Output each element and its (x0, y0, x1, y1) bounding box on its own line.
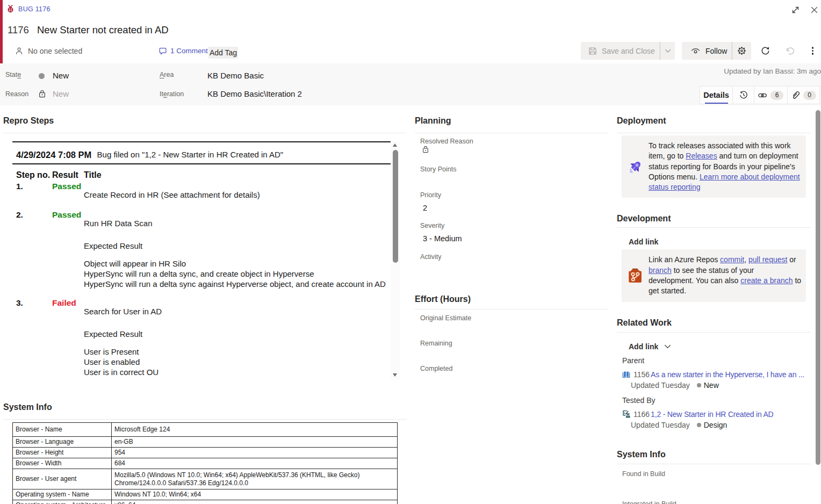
left-column: Repro Steps 4/29/2024 7:08 PM Bug filed … (3, 105, 407, 504)
attachment-icon (791, 91, 800, 99)
divider (617, 227, 811, 228)
breadcrumb-label[interactable]: BUG 1176 (18, 5, 51, 13)
related-item-updated: Updated Tuesday (631, 381, 690, 390)
related-item-link[interactable]: As a new starter in the Hyperverse, I ha… (651, 370, 804, 379)
step-text: Create Record in HR (See attachment for … (84, 181, 391, 200)
step-text: Search for User in ADExpected ResultUser… (84, 298, 391, 377)
system-info-row: Browser - Width684 (13, 458, 398, 469)
kebab-icon (812, 46, 813, 55)
chevron-down-icon (664, 344, 671, 349)
save-and-close-button[interactable]: Save and Close (581, 42, 660, 60)
tab-attachments[interactable]: 0 (787, 86, 820, 104)
related-item-link[interactable]: 1,2 - New Starter in HR Created in AD (651, 410, 773, 419)
story-points-label: Story Points (420, 165, 608, 174)
development-add-link-button[interactable]: Add link (629, 237, 658, 246)
related-item-id: 1156 (633, 370, 650, 379)
related-work-heading: Related Work (617, 317, 811, 328)
system-info-key: Operating system - Name (13, 489, 112, 500)
related-item-state: New (704, 381, 719, 390)
follow-button[interactable]: Follow (682, 42, 732, 60)
state-dot-icon (697, 383, 701, 387)
area-value[interactable]: KB Demo Basic (207, 71, 264, 80)
tab-history[interactable] (732, 86, 754, 104)
field-original-estimate: Original Estimate (420, 314, 608, 336)
assigned-to-picker[interactable]: No one selected (16, 42, 82, 60)
system-info-table: Browser - NameMicrosoft Edge 124Browser … (12, 422, 398, 504)
save-options-dropdown[interactable] (660, 42, 675, 60)
divider (3, 133, 407, 133)
system-info-key: Browser - Language (13, 437, 112, 448)
related-item-head: 11661,2 - New Starter in HR Created in A… (622, 410, 811, 419)
system-info-value: x86_64 (112, 500, 398, 504)
completed-value[interactable] (423, 377, 608, 387)
updated-by-text[interactable]: Updated by Ian Bassi: 3m ago (724, 67, 821, 75)
work-item-dialog: BUG 1176 1176 New Starter not created in… (0, 0, 821, 504)
follow-eye-icon (691, 47, 700, 54)
comments-link[interactable]: 1 Comment (159, 42, 208, 60)
repro-step: 1.PassedCreate Record in HR (See attachm… (16, 181, 391, 200)
inline-link[interactable]: branch (649, 266, 672, 275)
integrated-in-build-label: Integrated in Build (622, 500, 811, 504)
scroll-up-icon[interactable] (393, 143, 397, 147)
original-estimate-value[interactable] (423, 326, 608, 336)
inline-link[interactable]: Releases (686, 152, 717, 160)
system-info-value: Mozilla/5.0 (Windows NT 10.0; Win64; x64… (112, 469, 398, 489)
inline-link[interactable]: pull request (748, 255, 787, 264)
story-points-value[interactable] (423, 177, 608, 188)
activity-value[interactable] (423, 265, 608, 275)
tab-links[interactable]: 6 (754, 86, 787, 104)
reason-value[interactable]: New (53, 89, 69, 98)
reason-lock-icon (39, 90, 46, 98)
step-number: 3. (16, 298, 23, 308)
close-button[interactable] (810, 6, 818, 14)
repro-steps-field[interactable]: 4/29/2024 7:08 PM Bug filed on "1,2 - Ne… (12, 141, 407, 380)
activity-label: Activity (420, 253, 608, 262)
severity-label: Severity (420, 221, 608, 231)
step-number: 2. (16, 210, 23, 220)
deployment-infobox: To track releases associated with this w… (622, 135, 806, 198)
related-item-meta: Updated TuesdayDesign (631, 421, 811, 429)
page-scrollbar[interactable] (812, 105, 821, 504)
scroll-down-icon[interactable] (393, 373, 397, 377)
refresh-icon (761, 46, 770, 55)
refresh-button[interactable] (757, 42, 774, 60)
resolved-reason-label: Resolved Reason (420, 137, 608, 146)
related-group-label: Tested By (622, 396, 811, 405)
inline-link[interactable]: create a branch (740, 276, 793, 285)
tab-details[interactable]: Details (700, 86, 732, 104)
breadcrumb: BUG 1176 (8, 5, 51, 13)
development-infobox: Link an Azure Repos commit, pull request… (622, 249, 806, 301)
save-and-close-label: Save and Close (602, 47, 655, 55)
page-scrollbar-thumb[interactable] (816, 110, 820, 465)
priority-value[interactable]: 2 (423, 203, 608, 213)
assigned-to-label: No one selected (28, 47, 82, 55)
state-value[interactable]: New (53, 71, 69, 80)
system-info-row: Browser - User agentMozilla/5.0 (Windows… (13, 469, 398, 489)
undo-button[interactable] (781, 42, 799, 60)
repro-steps-scrollbar[interactable] (391, 141, 400, 380)
follow-group: Follow (682, 42, 751, 60)
system-info-value: Windows NT 10.0; Win64; x64 (112, 489, 398, 500)
related-add-link-dropdown[interactable]: Add link (629, 342, 671, 351)
expand-button[interactable] (791, 6, 800, 14)
system-info-key: Operating system - Architecture (13, 500, 112, 504)
inline-link[interactable]: Learn more about deployment status repor… (649, 172, 800, 191)
severity-value[interactable]: 3 - Medium (423, 234, 608, 244)
inline-link[interactable]: commit (720, 255, 744, 264)
links-count-badge: 6 (770, 91, 783, 100)
related-work-groups: Parent1156As a new starter in the Hyperv… (617, 356, 811, 430)
column-step-no: Step no. (16, 169, 52, 181)
scrollbar-thumb[interactable] (393, 150, 398, 263)
follow-label: Follow (705, 47, 727, 55)
remaining-value[interactable] (423, 351, 608, 362)
status-band: State New Reason New Area KB Demo Basic … (0, 63, 821, 105)
iteration-value[interactable]: KB Demo Basic\Iteration 2 (207, 89, 302, 98)
more-options-button[interactable] (804, 42, 821, 60)
add-tag-button[interactable]: Add Tag (208, 47, 238, 59)
divider (3, 419, 407, 420)
notification-settings-button[interactable] (732, 42, 751, 60)
system-info-heading: System Info (3, 401, 407, 413)
step-number: 1. (16, 181, 23, 191)
bug-filed-text: Bug filed on "1,2 - New Starter in HR Cr… (97, 150, 284, 159)
work-item-title[interactable]: New Starter not created in AD (37, 24, 169, 36)
